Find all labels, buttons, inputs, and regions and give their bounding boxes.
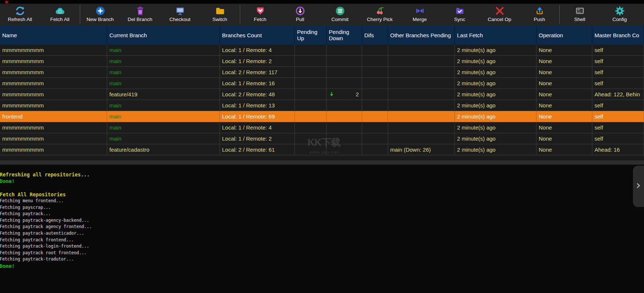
column-header-difs[interactable]: Difs bbox=[362, 25, 388, 45]
cell-other-branches bbox=[388, 133, 455, 144]
repo-row[interactable]: mmmmmmmmm feature/cadastro Local: 2 / Re… bbox=[0, 144, 644, 155]
repo-row[interactable]: mmmmmmmmm main Local: 1 / Remote: 4 2 mi… bbox=[0, 122, 644, 133]
cell-other-branches bbox=[388, 89, 455, 100]
cell-pending-up bbox=[295, 45, 327, 56]
repo-row[interactable]: mmmmmmmmm main Local: 1 / Remote: 13 2 m… bbox=[0, 100, 644, 111]
console-output: Refreshing all repositories... Done! Fet… bbox=[0, 165, 644, 293]
cell-difs bbox=[362, 133, 388, 144]
console-line: Fetching paytrack-autenticador... bbox=[0, 230, 644, 237]
config-icon bbox=[614, 6, 625, 16]
cell-branches-count: Local: 1 / Remote: 4 bbox=[220, 122, 295, 133]
column-header-current-branch[interactable]: Current Branch bbox=[107, 25, 220, 45]
console-line: Fetching paytrack-login-frontend... bbox=[0, 243, 644, 250]
chevron-right-icon bbox=[634, 182, 643, 191]
column-header-pending-down[interactable]: Pending Down bbox=[327, 25, 362, 45]
repo-row[interactable]: mmmmmmmmm main Local: 1 / Remote: 2 2 mi… bbox=[0, 56, 644, 67]
cell-branches-count: Local: 2 / Remote: 117 bbox=[220, 67, 295, 78]
cell-master-branch: self bbox=[592, 56, 644, 67]
column-header-last-fetch[interactable]: Last Fetch bbox=[455, 25, 536, 45]
toolbar-item-sync[interactable]: Sync bbox=[440, 4, 480, 25]
repo-row[interactable]: mmmmmmmmm main Local: 2 / Remote: 117 2 … bbox=[0, 67, 644, 78]
cell-pending-down bbox=[327, 144, 362, 155]
cell-master-branch: self bbox=[592, 122, 644, 133]
toolbar-item-config[interactable]: Config bbox=[600, 4, 640, 25]
cell-difs bbox=[362, 56, 388, 67]
cell-pending-up bbox=[295, 111, 327, 122]
repo-row[interactable]: mmmmmmmmm main Local: 1 / Remote: 4 2 mi… bbox=[0, 45, 644, 56]
repo-row[interactable]: mmmmmmmmm main Local: 1 / Remote: 16 2 m… bbox=[0, 78, 644, 89]
toolbar-item-pull[interactable]: Pull bbox=[280, 4, 320, 25]
toolbar-item-checkout[interactable]: Checkout bbox=[160, 4, 200, 25]
toolbar-item-label: Cancel Op bbox=[488, 17, 511, 22]
cell-name: mmmmmmmmm bbox=[0, 67, 107, 78]
cell-difs bbox=[362, 67, 388, 78]
push-icon bbox=[534, 6, 545, 16]
cell-current-branch: main bbox=[107, 100, 220, 111]
cell-current-branch: main bbox=[107, 45, 220, 56]
toolbar-item-del-branch[interactable]: Del Branch bbox=[120, 4, 160, 25]
column-header-other-branches-pending[interactable]: Other Branches Pending bbox=[388, 25, 455, 45]
repo-row-selected[interactable]: frontend main Local: 1 / Remote: 69 2 mi… bbox=[0, 111, 644, 122]
toolbar-item-label: Fetch bbox=[254, 17, 266, 22]
cell-master-branch: self bbox=[592, 45, 644, 56]
cell-current-branch: main bbox=[107, 67, 220, 78]
console-line: Fetching paytrack root frontend... bbox=[0, 250, 644, 256]
switch-icon bbox=[215, 6, 225, 16]
cell-master-branch: Ahead: 122, Behin bbox=[592, 89, 644, 100]
console-line: Fetching menu frontend... bbox=[0, 198, 644, 204]
cell-difs bbox=[362, 100, 388, 111]
toolbar-item-label: Commit bbox=[331, 17, 349, 22]
side-panel-expand-button[interactable] bbox=[633, 166, 644, 207]
arrow-down-icon bbox=[329, 92, 334, 97]
repo-row[interactable]: mmmmmmmmm feature/419 Local: 2 / Remote:… bbox=[0, 89, 644, 100]
column-header-master-branch[interactable]: Master Branch Co bbox=[592, 25, 644, 45]
console-line: Done! bbox=[0, 263, 644, 269]
cell-name: mmmmmmmmm bbox=[0, 89, 107, 100]
toolbar-item-label: Pull bbox=[296, 17, 304, 22]
toolbar-item-label: Switch bbox=[212, 17, 227, 22]
column-header-operation[interactable]: Operation bbox=[536, 25, 592, 45]
cell-operation: None bbox=[536, 133, 592, 144]
splitter-bar[interactable] bbox=[0, 160, 644, 165]
column-header-branches-count[interactable]: Branches Count bbox=[220, 25, 295, 45]
cell-operation: None bbox=[536, 45, 592, 56]
cell-master-branch: self bbox=[592, 100, 644, 111]
table-empty-area bbox=[0, 155, 644, 160]
cell-current-branch: main bbox=[107, 56, 220, 67]
column-header-name[interactable]: Name bbox=[0, 25, 107, 45]
cell-last-fetch: 2 minute(s) ago bbox=[455, 111, 536, 122]
column-header-pending-up[interactable]: Pending Up bbox=[295, 25, 327, 45]
cell-operation: None bbox=[536, 122, 592, 133]
cell-operation: None bbox=[536, 144, 592, 155]
shell-icon bbox=[575, 6, 585, 16]
toolbar-item-shell[interactable]: Shell bbox=[560, 4, 600, 25]
cell-pending-up bbox=[295, 122, 327, 133]
toolbar-item-label: Merge bbox=[413, 17, 427, 22]
checkout-icon bbox=[175, 6, 185, 16]
cell-difs bbox=[362, 89, 388, 100]
cell-operation: None bbox=[536, 67, 592, 78]
toolbar: Refresh All Fetch All New Branch Del Bra… bbox=[0, 4, 644, 25]
toolbar-item-commit[interactable]: Commit bbox=[320, 4, 360, 25]
cell-branches-count: Local: 1 / Remote: 16 bbox=[220, 78, 295, 89]
toolbar-item-fetch[interactable]: Fetch bbox=[240, 4, 280, 25]
console-line: Done! bbox=[0, 178, 644, 185]
cell-name: mmmmmmmmm bbox=[0, 100, 107, 111]
cell-pending-down bbox=[327, 122, 362, 133]
toolbar-item-merge[interactable]: Merge bbox=[400, 4, 440, 25]
toolbar-item-cherry-pick[interactable]: Cherry Pick bbox=[360, 4, 400, 25]
toolbar-item-cancel-op[interactable]: Cancel Op bbox=[480, 4, 519, 25]
repo-table: mmmmmmmmm main Local: 1 / Remote: 4 2 mi… bbox=[0, 45, 644, 155]
toolbar-item-switch[interactable]: Switch bbox=[200, 4, 240, 25]
sync-icon bbox=[454, 6, 465, 16]
cell-pending-up bbox=[295, 56, 327, 67]
cell-current-branch: feature/cadastro bbox=[107, 144, 220, 155]
repo-row[interactable]: mmmmmmmmm main Local: 1 / Remote: 2 2 mi… bbox=[0, 133, 644, 144]
toolbar-item-refresh-all[interactable]: Refresh All bbox=[0, 4, 40, 25]
commit-icon bbox=[335, 6, 345, 16]
toolbar-item-push[interactable]: Push bbox=[519, 4, 559, 25]
cell-branches-count: Local: 2 / Remote: 48 bbox=[220, 89, 295, 100]
toolbar-item-new-branch[interactable]: New Branch bbox=[80, 4, 120, 25]
title-bar bbox=[0, 0, 644, 4]
toolbar-item-fetch-all[interactable]: Fetch All bbox=[40, 4, 80, 25]
